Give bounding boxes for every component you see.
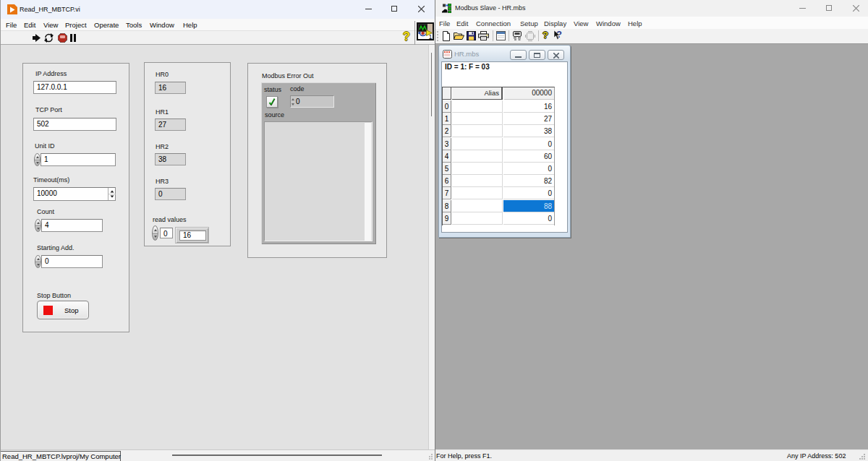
svg-text:1: 1 (429, 33, 433, 40)
